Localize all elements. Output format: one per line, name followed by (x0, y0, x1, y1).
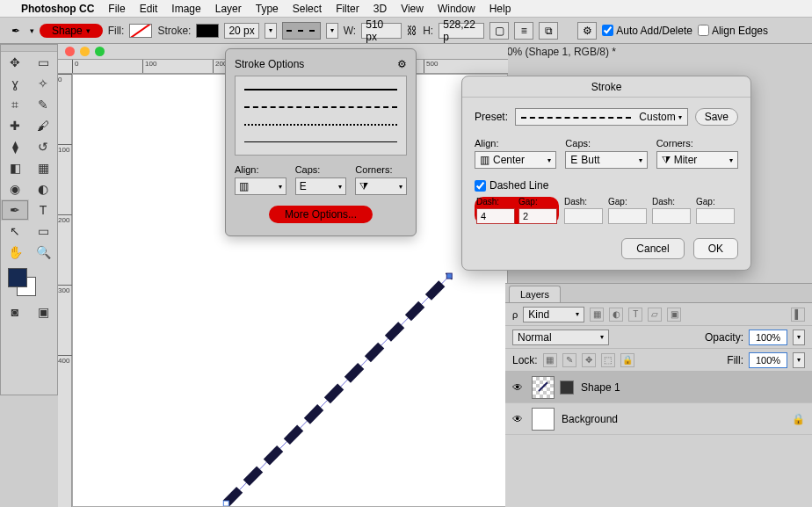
dlg-align-select[interactable]: ▥Center (475, 151, 556, 169)
width-field[interactable]: 510 px (361, 23, 402, 39)
menu-image[interactable]: Image (171, 3, 200, 15)
lock-artboard-icon[interactable]: ⬚ (601, 353, 615, 367)
eyedropper-tool-icon[interactable]: ✎ (29, 94, 57, 115)
layer-name[interactable]: Background (562, 413, 618, 425)
preset-dropdown[interactable]: Custom▾ (515, 108, 688, 126)
blend-mode-select[interactable]: Normal (512, 330, 609, 345)
height-field[interactable]: 528,22 p (439, 23, 484, 39)
pen-tool-icon[interactable]: ✒ (1, 199, 29, 221)
dlg-corners-select[interactable]: ⧩Miter (656, 151, 738, 169)
lock-all-icon[interactable]: 🔒 (620, 353, 634, 367)
lock-trans-icon[interactable]: ▦ (543, 353, 557, 367)
layer-fill-field[interactable] (749, 352, 787, 368)
lasso-tool-icon[interactable]: ɣ (1, 73, 29, 94)
dodge-tool-icon[interactable]: ◐ (29, 178, 57, 199)
hand-tool-icon[interactable]: ✋ (1, 242, 29, 263)
menu-window[interactable]: Window (438, 3, 475, 15)
opacity-drop[interactable] (793, 330, 805, 345)
gap3-field[interactable] (696, 208, 735, 224)
menu-select[interactable]: Select (293, 3, 322, 15)
filter-type-icon[interactable]: T (628, 308, 642, 322)
layer-row-background[interactable]: 👁 Background 🔒 (505, 403, 812, 435)
link-wh-icon[interactable]: ⛓ (407, 25, 417, 37)
dash1-field[interactable] (476, 208, 515, 224)
marquee-tool-icon[interactable]: ▭ (29, 52, 57, 73)
corners-select[interactable]: ⧩ (355, 177, 407, 195)
dashed-line-checkbox[interactable]: Dashed Line (475, 179, 738, 192)
dash3-field[interactable] (652, 208, 691, 224)
menu-type[interactable]: Type (256, 3, 279, 15)
crop-tool-icon[interactable]: ⌗ (1, 94, 29, 115)
stroke-swatch[interactable] (196, 24, 219, 38)
brush-tool-icon[interactable]: 🖌 (29, 115, 57, 136)
filter-smart-icon[interactable]: ▣ (667, 308, 681, 322)
gradient-tool-icon[interactable]: ▦ (29, 157, 57, 178)
stroke-preset-thin[interactable] (244, 141, 397, 142)
path-operations-icon[interactable]: ▢ (489, 22, 509, 40)
close-window-icon[interactable] (65, 47, 75, 56)
filter-toggle-icon[interactable]: ▌ (791, 308, 805, 322)
stamp-tool-icon[interactable]: ⧫ (1, 136, 29, 157)
eraser-tool-icon[interactable]: ◧ (1, 157, 29, 178)
layer-name[interactable]: Shape 1 (581, 381, 620, 394)
history-brush-tool-icon[interactable]: ↺ (29, 136, 57, 157)
shape-tool-icon[interactable]: ▭ (29, 221, 57, 242)
dash2-field[interactable] (564, 208, 603, 224)
stroke-width-drop[interactable] (265, 23, 277, 39)
save-preset-button[interactable]: Save (695, 108, 738, 126)
color-swatches[interactable] (1, 263, 57, 301)
menu-3d[interactable]: 3D (373, 3, 387, 15)
align-select[interactable]: ▥ (235, 177, 286, 195)
stroke-width-field[interactable]: 20 px (224, 23, 258, 39)
ok-button[interactable]: OK (693, 238, 738, 259)
stroke-style-dropdown[interactable] (282, 22, 321, 40)
filter-pixel-icon[interactable]: ▦ (590, 308, 604, 322)
menu-layer[interactable]: Layer (215, 3, 242, 15)
layer-filter-kind[interactable]: Kind (523, 307, 584, 322)
blur-tool-icon[interactable]: ◉ (1, 178, 29, 199)
dlg-caps-select[interactable]: EButt (565, 151, 647, 169)
tool-mode-dropdown[interactable]: Shape (40, 24, 103, 38)
auto-add-delete-checkbox[interactable]: Auto Add/Delete (602, 25, 692, 37)
layer-thumb[interactable] (532, 376, 555, 399)
layers-tab[interactable]: Layers (509, 286, 561, 302)
palette-grip[interactable] (1, 45, 57, 52)
more-options-button[interactable]: More Options... (269, 206, 373, 223)
menu-help[interactable]: Help (489, 3, 511, 15)
foreground-color-swatch[interactable] (8, 268, 27, 287)
stroke-preset-dashed[interactable] (244, 106, 397, 108)
fill-drop[interactable] (793, 352, 805, 368)
lock-position-icon[interactable]: ✥ (582, 353, 596, 367)
gap1-field[interactable] (518, 208, 557, 224)
fill-swatch[interactable] (129, 24, 152, 38)
lock-pixels-icon[interactable]: ✎ (562, 353, 576, 367)
menu-view[interactable]: View (401, 3, 424, 15)
path-arrangement-icon[interactable]: ⧉ (539, 22, 558, 40)
menu-file[interactable]: File (108, 3, 125, 15)
path-alignment-icon[interactable]: ≡ (514, 22, 533, 40)
magic-wand-tool-icon[interactable]: ✧ (29, 73, 57, 94)
cancel-button[interactable]: Cancel (621, 238, 684, 259)
layer-row-shape1[interactable]: 👁 Shape 1 (505, 372, 812, 403)
layer-thumb[interactable] (532, 408, 555, 431)
align-edges-checkbox[interactable]: Align Edges (698, 25, 768, 37)
visibility-icon[interactable]: 👁 (512, 413, 525, 425)
filter-adjust-icon[interactable]: ◐ (609, 308, 623, 322)
caps-select[interactable]: E (295, 177, 347, 195)
type-tool-icon[interactable]: T (29, 199, 57, 221)
path-select-tool-icon[interactable]: ↖ (1, 221, 29, 242)
gap2-field[interactable] (608, 208, 647, 224)
zoom-tool-icon[interactable]: 🔍 (29, 242, 57, 263)
zoom-window-icon[interactable] (95, 47, 105, 56)
screenmode-icon[interactable]: ▣ (29, 301, 57, 322)
popover-gear-icon[interactable]: ⚙ (397, 58, 407, 70)
visibility-icon[interactable]: 👁 (512, 381, 525, 394)
minimize-window-icon[interactable] (80, 47, 90, 56)
vector-mask-thumb[interactable] (560, 380, 574, 395)
filter-shape-icon[interactable]: ▱ (648, 308, 662, 322)
app-name[interactable]: Photoshop CC (21, 3, 94, 15)
menu-filter[interactable]: Filter (336, 3, 359, 15)
menu-edit[interactable]: Edit (140, 3, 158, 15)
stroke-preset-dotted[interactable] (244, 124, 397, 126)
quickmask-icon[interactable]: ◙ (1, 301, 29, 322)
